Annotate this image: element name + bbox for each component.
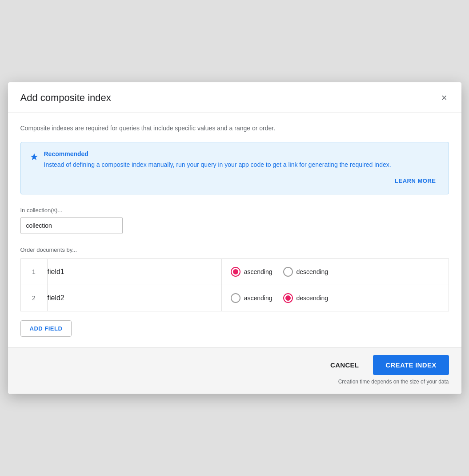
learn-more-row: LEARN MORE [30,176,440,186]
ascending-label-1: ascending [244,268,273,275]
table-row: 1 field1 ascending descending [20,259,449,285]
field-name-2: field2 [47,285,221,311]
create-index-button[interactable]: CREATE INDEX [373,355,449,375]
row-number-2: 2 [20,285,47,311]
field-name-1: field1 [47,259,221,285]
descending-option-1[interactable]: descending [283,267,329,277]
descending-label-2: descending [297,294,329,302]
learn-more-button[interactable]: LEARN MORE [391,176,439,186]
order-label: Order documents by... [20,246,449,253]
radio-group-1: ascending descending [221,259,449,285]
dialog-title: Add composite index [20,92,111,104]
ascending-option-1[interactable]: ascending [231,267,273,277]
table-row: 2 field2 ascending descending [20,285,449,311]
recommendation-box: ★ Recommended Instead of defining a comp… [20,142,449,194]
dialog-header: Add composite index × [8,82,461,113]
descending-option-2[interactable]: descending [283,293,329,303]
ascending-label-2: ascending [244,294,273,302]
footer-buttons: CANCEL CREATE INDEX [320,355,449,375]
ascending-option-2[interactable]: ascending [231,293,273,303]
dialog-footer: CANCEL CREATE INDEX Creation time depend… [8,347,461,394]
cancel-button[interactable]: CANCEL [320,356,369,374]
close-icon: × [441,93,447,103]
subtitle-text: Composite indexes are required for queri… [20,124,449,133]
recommendation-top: ★ Recommended Instead of defining a comp… [30,150,440,169]
descending-radio-1[interactable] [283,267,293,277]
star-icon: ★ [30,151,39,163]
footer-note: Creation time depends on the size of you… [338,379,449,385]
ascending-radio-2[interactable] [231,293,241,303]
recommendation-content: Recommended Instead of defining a compos… [44,150,440,169]
descending-label-1: descending [297,268,329,275]
collection-label: In collection(s)... [20,207,449,214]
radio-group-2: ascending descending [221,285,449,311]
add-field-button[interactable]: ADD FIELD [20,320,72,337]
add-composite-index-dialog: Add composite index × Composite indexes … [8,82,461,394]
close-button[interactable]: × [440,91,449,105]
recommendation-text: Instead of defining a composite index ma… [44,160,440,169]
collection-input[interactable] [20,217,123,234]
dialog-body: Composite indexes are required for queri… [8,113,461,347]
fields-table: 1 field1 ascending descending [20,258,449,311]
descending-radio-2[interactable] [283,293,293,303]
ascending-radio-1[interactable] [231,267,241,277]
row-number-1: 1 [20,259,47,285]
recommendation-title: Recommended [44,150,440,157]
